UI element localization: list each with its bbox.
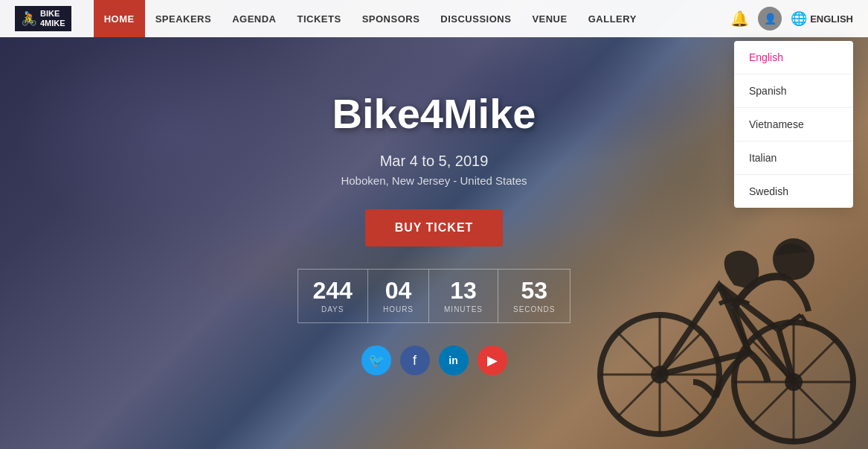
nav-venue[interactable]: VENUE <box>521 0 577 37</box>
nav-tickets[interactable]: TICKETS <box>287 0 352 37</box>
countdown-days-label: DAYS <box>313 305 353 313</box>
nav-speakers[interactable]: SPEAKERS <box>145 0 222 37</box>
countdown-minutes: 13 MINUTES <box>429 270 498 322</box>
avatar[interactable]: 👤 <box>758 7 782 31</box>
nav-gallery[interactable]: GALLERY <box>578 0 647 37</box>
main-nav: HOME SPEAKERS AGENDA TICKETS SPONSORS DI… <box>94 0 731 37</box>
hero-location: Hoboken, New Jersey - United States <box>341 174 527 187</box>
language-dropdown: English Spanish Vietnamese Italian Swedi… <box>734 41 853 208</box>
logo-text-line1: BIKE <box>40 9 65 19</box>
lang-option-swedish[interactable]: Swedish <box>734 175 853 208</box>
twitter-button[interactable]: 🐦 <box>361 345 391 375</box>
nav-right: 🔔 👤 🌐 ENGLISH <box>730 7 853 31</box>
social-links: 🐦 f in ▶ <box>361 345 507 375</box>
hero-section: 🚴 BIKE 4MIKE HOME SPEAKERS AGENDA TICKET… <box>0 0 868 449</box>
countdown-minutes-value: 13 <box>444 278 483 302</box>
countdown-days: 244 DAYS <box>298 270 368 322</box>
countdown-minutes-label: MINUTES <box>444 305 483 313</box>
countdown-timer: 244 DAYS 04 HOURS 13 MINUTES 53 SECONDS <box>298 269 571 323</box>
lang-option-english[interactable]: English <box>734 41 853 74</box>
language-button[interactable]: 🌐 ENGLISH <box>791 10 853 27</box>
language-label: ENGLISH <box>810 13 853 25</box>
nav-home[interactable]: HOME <box>94 0 145 37</box>
logo-icon: 🚴 <box>21 10 37 27</box>
notification-bell-icon[interactable]: 🔔 <box>730 10 749 28</box>
youtube-button[interactable]: ▶ <box>478 345 507 375</box>
countdown-seconds-value: 53 <box>513 278 555 302</box>
buy-ticket-button[interactable]: BUY TICKET <box>365 209 504 246</box>
nav-discussions[interactable]: DISCUSSIONS <box>430 0 521 37</box>
linkedin-button[interactable]: in <box>439 345 469 375</box>
hero-date: Mar 4 to 5, 2019 <box>380 153 489 170</box>
navbar: 🚴 BIKE 4MIKE HOME SPEAKERS AGENDA TICKET… <box>0 0 868 37</box>
hero-title: Bike4Mike <box>332 89 536 138</box>
twitter-icon: 🐦 <box>368 352 385 369</box>
linkedin-icon: in <box>449 354 457 366</box>
facebook-icon: f <box>413 353 417 369</box>
countdown-hours: 04 HOURS <box>368 270 429 322</box>
nav-sponsors[interactable]: SPONSORS <box>352 0 431 37</box>
logo[interactable]: 🚴 BIKE 4MIKE <box>15 6 71 31</box>
lang-option-vietnamese[interactable]: Vietnamese <box>734 108 853 141</box>
countdown-days-value: 244 <box>313 278 353 302</box>
nav-agenda[interactable]: AGENDA <box>222 0 286 37</box>
lang-option-italian[interactable]: Italian <box>734 141 853 175</box>
countdown-hours-label: HOURS <box>383 305 414 313</box>
logo-text-line2: 4MIKE <box>40 19 65 28</box>
avatar-icon: 👤 <box>764 13 777 25</box>
youtube-icon: ▶ <box>487 352 498 369</box>
countdown-seconds-label: SECONDS <box>513 305 555 313</box>
facebook-button[interactable]: f <box>400 345 430 375</box>
hero-content: Bike4Mike Mar 4 to 5, 2019 Hoboken, New … <box>298 89 571 375</box>
lang-option-spanish[interactable]: Spanish <box>734 74 853 108</box>
countdown-seconds: 53 SECONDS <box>498 270 570 322</box>
countdown-hours-value: 04 <box>383 278 414 302</box>
globe-icon: 🌐 <box>791 10 807 27</box>
